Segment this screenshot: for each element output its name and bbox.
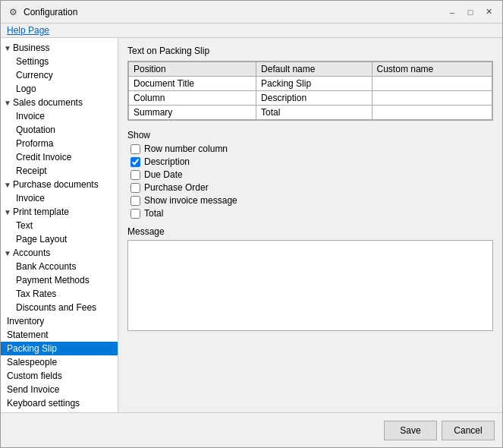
checkbox-show-invoice-message-input[interactable] [130, 196, 140, 206]
expand-icon: ▼ [4, 181, 11, 189]
checkbox-description-input[interactable] [130, 157, 140, 167]
sidebar-item-send-invoice[interactable]: Send Invoice [1, 383, 118, 396]
main-content: ▼ Business Settings Currency Logo ▼ Sale… [1, 38, 502, 412]
sidebar-item-sales-documents[interactable]: ▼ Sales documents [1, 96, 118, 109]
checkbox-row-number: Row number column [127, 144, 493, 154]
window-icon: ⚙ [7, 6, 19, 18]
checkbox-purchase-order-input[interactable] [130, 183, 140, 193]
packing-slip-table: Position Default name Custom name Docume… [127, 61, 493, 121]
sidebar-group-label: Accounts [13, 248, 50, 258]
checkbox-row-number-label: Row number column [144, 144, 228, 154]
titlebar: ⚙ Configuration – □ ✕ [1, 1, 502, 24]
sidebar-item-settings[interactable]: Settings [1, 55, 118, 68]
save-button[interactable]: Save [384, 421, 437, 440]
expand-icon: ▼ [4, 249, 11, 257]
sidebar-item-receipt[interactable]: Receipt [1, 164, 118, 178]
checkbox-due-date: Due Date [127, 169, 493, 180]
sidebar-item-quotation[interactable]: Quotation [1, 123, 118, 137]
sidebar-item-text[interactable]: Text [1, 219, 118, 232]
cell-default-name: Packing Slip [256, 77, 372, 91]
sidebar-group-label: Sales documents [13, 97, 83, 108]
message-label: Message [127, 226, 493, 237]
close-button[interactable]: ✕ [481, 5, 496, 20]
show-section: Show Row number column Description Due D… [127, 130, 493, 219]
sidebar-item-accounts[interactable]: ▼ Accounts [1, 246, 118, 260]
message-section: Message [127, 226, 493, 333]
sidebar-item-purchase-invoice[interactable]: Invoice [1, 191, 118, 205]
sidebar-item-credit-invoice[interactable]: Credit Invoice [1, 150, 118, 164]
expand-icon: ▼ [4, 44, 11, 52]
sidebar: ▼ Business Settings Currency Logo ▼ Sale… [1, 38, 118, 412]
minimize-button[interactable]: – [445, 5, 460, 20]
checkbox-total: Total [127, 208, 493, 219]
checkbox-description: Description [127, 156, 493, 167]
window-title: Configuration [24, 7, 445, 17]
checkbox-total-label: Total [144, 208, 163, 219]
sidebar-group-label: Purchase documents [13, 179, 99, 190]
sidebar-item-keyboard-settings[interactable]: Keyboard settings [1, 396, 118, 410]
cell-custom-name[interactable] [372, 77, 492, 91]
sidebar-item-logo[interactable]: Logo [1, 82, 118, 96]
cell-position: Summary [129, 106, 256, 120]
sidebar-item-proforma[interactable]: Proforma [1, 137, 118, 150]
message-textarea[interactable] [127, 240, 493, 331]
sidebar-item-salespeople[interactable]: Salespeople [1, 355, 118, 369]
checkbox-due-date-label: Due Date [144, 169, 183, 180]
sidebar-item-packing-slip[interactable]: Packing Slip [1, 342, 118, 355]
sidebar-group-label: Print template [13, 207, 69, 217]
sidebar-item-payment-methods[interactable]: Payment Methods [1, 273, 118, 287]
checkbox-purchase-order-label: Purchase Order [144, 182, 209, 193]
sidebar-item-sales-invoice[interactable]: Invoice [1, 109, 118, 123]
checkbox-due-date-input[interactable] [130, 170, 140, 180]
col-header-custom-name: Custom name [372, 62, 492, 77]
content-panel: Text on Packing Slip Position Default na… [118, 38, 502, 412]
cell-position: Document Title [129, 77, 256, 91]
checkbox-total-input[interactable] [130, 209, 140, 219]
maximize-button[interactable]: □ [463, 5, 478, 20]
col-header-default-name: Default name [256, 62, 372, 77]
checkbox-show-invoice-message: Show invoice message [127, 195, 493, 206]
help-link[interactable]: Help Page [7, 25, 49, 36]
sidebar-item-discounts-fees[interactable]: Discounts and Fees [1, 301, 118, 314]
table-section-title: Text on Packing Slip [127, 46, 493, 56]
show-label: Show [127, 130, 493, 140]
sidebar-group-label: Business [13, 43, 50, 53]
help-bar: Help Page [1, 24, 502, 38]
col-header-position: Position [129, 62, 256, 77]
expand-icon: ▼ [4, 99, 11, 107]
titlebar-controls: – □ ✕ [445, 5, 496, 20]
sidebar-item-page-layout[interactable]: Page Layout [1, 232, 118, 246]
checkbox-description-label: Description [144, 156, 190, 167]
sidebar-item-currency[interactable]: Currency [1, 68, 118, 82]
footer: Save Cancel [1, 412, 502, 447]
sidebar-item-inventory[interactable]: Inventory [1, 314, 118, 328]
checkbox-show-invoice-message-label: Show invoice message [144, 195, 237, 206]
cell-default-name: Description [256, 91, 372, 106]
sidebar-item-print-template[interactable]: ▼ Print template [1, 205, 118, 219]
table-row: Summary Total [129, 106, 492, 120]
table-row: Document Title Packing Slip [129, 77, 492, 91]
sidebar-item-purchase-documents[interactable]: ▼ Purchase documents [1, 178, 118, 191]
table-row: Column Description [129, 91, 492, 106]
sidebar-item-business[interactable]: ▼ Business [1, 41, 118, 55]
cell-default-name: Total [256, 106, 372, 120]
cell-custom-name[interactable] [372, 91, 492, 106]
cell-custom-name[interactable] [372, 106, 492, 120]
checkbox-row-number-input[interactable] [130, 144, 140, 154]
expand-icon: ▼ [4, 208, 11, 216]
sidebar-item-bank-accounts[interactable]: Bank Accounts [1, 260, 118, 273]
main-window: ⚙ Configuration – □ ✕ Help Page ▼ Busine… [0, 0, 503, 448]
sidebar-item-tax-rates[interactable]: Tax Rates [1, 287, 118, 301]
sidebar-item-custom-fields[interactable]: Custom fields [1, 369, 118, 383]
cell-position: Column [129, 91, 256, 106]
checkbox-purchase-order: Purchase Order [127, 182, 493, 193]
cancel-button[interactable]: Cancel [442, 421, 495, 440]
sidebar-item-statement[interactable]: Statement [1, 328, 118, 342]
